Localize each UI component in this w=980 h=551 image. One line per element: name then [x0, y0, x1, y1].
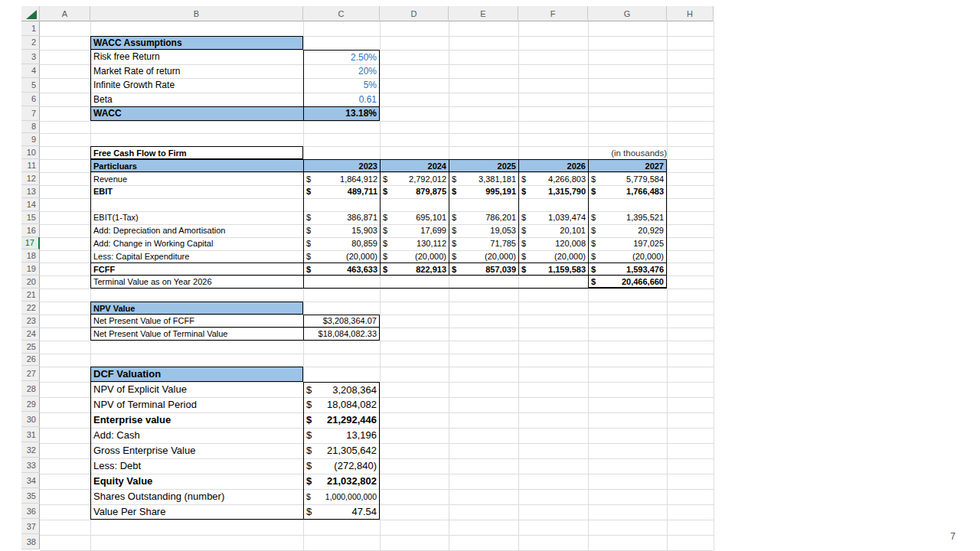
dcf-label-cell[interactable]: Add: Cash: [90, 428, 303, 443]
row-header-32[interactable]: 32: [21, 442, 40, 458]
fcff-value-cell[interactable]: $695,101: [380, 211, 449, 224]
wacc-total-value-cell[interactable]: 13.18%: [303, 106, 380, 121]
fcff-value-cell[interactable]: $463,633: [303, 262, 380, 276]
fcff-value-cell[interactable]: $120,008: [518, 237, 588, 250]
row-header-4[interactable]: 4: [21, 64, 40, 79]
fcff-value-cell[interactable]: $(20,000): [518, 249, 588, 262]
row-header-13[interactable]: 13: [21, 185, 40, 198]
fcff-value-cell[interactable]: $71,785: [449, 237, 518, 250]
row-header-21[interactable]: 21: [21, 289, 40, 302]
column-header-E[interactable]: E: [449, 6, 518, 21]
dcf-value-cell[interactable]: $47.54: [303, 504, 380, 520]
column-header-H[interactable]: H: [667, 6, 714, 21]
row-header-8[interactable]: 8: [21, 121, 40, 134]
dcf-label-cell[interactable]: Less: Debt: [90, 458, 303, 474]
dcf-value-cell[interactable]: $21,032,802: [303, 474, 380, 489]
dcf-label-cell[interactable]: Equity Value: [90, 474, 303, 489]
fcff-value-cell[interactable]: $1,395,521: [588, 211, 667, 224]
dcf-label-cell[interactable]: Value Per Share: [90, 504, 303, 520]
row-header-34[interactable]: 34: [21, 473, 40, 488]
fcff-label-cell[interactable]: FCFF: [90, 262, 303, 276]
row-header-31[interactable]: 31: [21, 427, 40, 442]
column-header-D[interactable]: D: [380, 6, 449, 21]
select-all-button[interactable]: [21, 6, 40, 21]
row-header-15[interactable]: 15: [21, 211, 40, 224]
wacc-value-cell[interactable]: 0.61: [303, 93, 380, 107]
row-header-25[interactable]: 25: [21, 341, 40, 354]
fcff-year-header[interactable]: 2025: [449, 159, 518, 172]
fcff-label-cell[interactable]: Less: Capital Expenditure: [90, 249, 303, 262]
fcff-value-cell[interactable]: $4,266,803: [518, 172, 588, 185]
fcff-value-cell[interactable]: $879,875: [380, 185, 449, 198]
fcff-value-cell[interactable]: $20,101: [518, 224, 588, 237]
dcf-title-cell[interactable]: DCF Valuation: [90, 367, 303, 382]
npv-label-cell[interactable]: Net Present Value of FCFF: [90, 315, 303, 328]
wacc-label-cell[interactable]: Risk free Return: [90, 50, 303, 64]
dcf-value-cell[interactable]: $13,196: [303, 428, 380, 443]
terminal-value-cell[interactable]: $20,466,660: [588, 276, 667, 289]
empty-cell[interactable]: [303, 198, 380, 211]
fcff-label-cell[interactable]: Revenue: [90, 172, 303, 185]
row-header-35[interactable]: 35: [21, 488, 40, 504]
fcff-value-cell[interactable]: $1,593,476: [588, 262, 667, 276]
fcff-value-cell[interactable]: $5,779,584: [588, 172, 667, 185]
fcff-value-cell[interactable]: $2,792,012: [380, 172, 449, 185]
empty-cell[interactable]: [90, 198, 303, 211]
empty-cell[interactable]: [518, 198, 588, 211]
npv-value-cell[interactable]: $18,084,082.33: [303, 328, 380, 341]
dcf-label-cell[interactable]: Gross Enterprise Value: [90, 443, 303, 458]
fcff-value-cell[interactable]: $489,711: [303, 185, 380, 198]
dcf-value-cell[interactable]: $21,292,446: [303, 412, 380, 428]
npv-label-cell[interactable]: Net Present Value of Terminal Value: [90, 328, 303, 341]
fcff-value-cell[interactable]: $19,053: [449, 224, 518, 237]
fcff-label-cell[interactable]: Add: Change in Working Capital: [90, 237, 303, 250]
wacc-title-cell[interactable]: WACC Assumptions: [90, 36, 303, 51]
row-header-33[interactable]: 33: [21, 458, 40, 473]
row-header-23[interactable]: 23: [21, 315, 40, 328]
row-header-6[interactable]: 6: [21, 93, 40, 107]
dcf-label-cell[interactable]: Shares Outstanding (number): [90, 489, 303, 504]
npv-title-cell[interactable]: NPV Value: [90, 302, 303, 315]
row-header-1[interactable]: 1: [21, 21, 40, 36]
fcff-year-header[interactable]: 2026: [518, 159, 588, 172]
fcff-value-cell[interactable]: $1,159,583: [518, 262, 588, 276]
fcff-value-cell[interactable]: $17,699: [380, 224, 449, 237]
wacc-total-label-cell[interactable]: WACC: [90, 106, 303, 121]
row-header-27[interactable]: 27: [21, 366, 40, 381]
fcff-value-cell[interactable]: $(20,000): [380, 249, 449, 262]
fcff-label-cell[interactable]: EBIT(1-Tax): [90, 211, 303, 224]
dcf-label-cell[interactable]: NPV of Terminal Period: [90, 397, 303, 412]
fcff-value-cell[interactable]: $822,913: [380, 262, 449, 276]
empty-cell[interactable]: [588, 198, 667, 211]
fcff-value-cell[interactable]: $15,903: [303, 224, 380, 237]
empty-cell[interactable]: [303, 36, 380, 51]
row-header-14[interactable]: 14: [21, 198, 40, 211]
row-header-3[interactable]: 3: [21, 50, 40, 64]
dcf-value-cell[interactable]: $21,305,642: [303, 443, 380, 458]
fcff-value-cell[interactable]: $786,201: [449, 211, 518, 224]
fcff-year-header[interactable]: 2024: [380, 159, 449, 172]
row-header-30[interactable]: 30: [21, 412, 40, 427]
row-header-7[interactable]: 7: [21, 106, 40, 121]
fcff-year-header[interactable]: 2027: [588, 159, 667, 172]
row-header-19[interactable]: 19: [21, 262, 40, 276]
row-header-24[interactable]: 24: [21, 328, 40, 341]
wacc-value-cell[interactable]: 5%: [303, 78, 380, 93]
row-header-5[interactable]: 5: [21, 78, 40, 93]
row-header-17[interactable]: 17: [21, 237, 40, 250]
fcff-value-cell[interactable]: $386,871: [303, 211, 380, 224]
fcff-year-header[interactable]: 2023: [303, 159, 380, 172]
fcff-value-cell[interactable]: $1,315,790: [518, 185, 588, 198]
fcff-particulars-header[interactable]: Particluars: [90, 159, 303, 172]
row-header-18[interactable]: 18: [21, 249, 40, 262]
row-header-28[interactable]: 28: [21, 381, 40, 396]
column-header-B[interactable]: B: [90, 6, 303, 21]
dcf-label-cell[interactable]: NPV of Explicit Value: [90, 382, 303, 397]
row-header-11[interactable]: 11: [21, 159, 40, 172]
column-header-C[interactable]: C: [303, 6, 380, 21]
dcf-value-cell[interactable]: $1,000,000,000: [303, 489, 380, 504]
fcff-value-cell[interactable]: $(20,000): [303, 249, 380, 262]
fcff-value-cell[interactable]: $197,025: [588, 237, 667, 250]
row-header-20[interactable]: 20: [21, 276, 40, 289]
row-header-10[interactable]: 10: [21, 146, 40, 159]
